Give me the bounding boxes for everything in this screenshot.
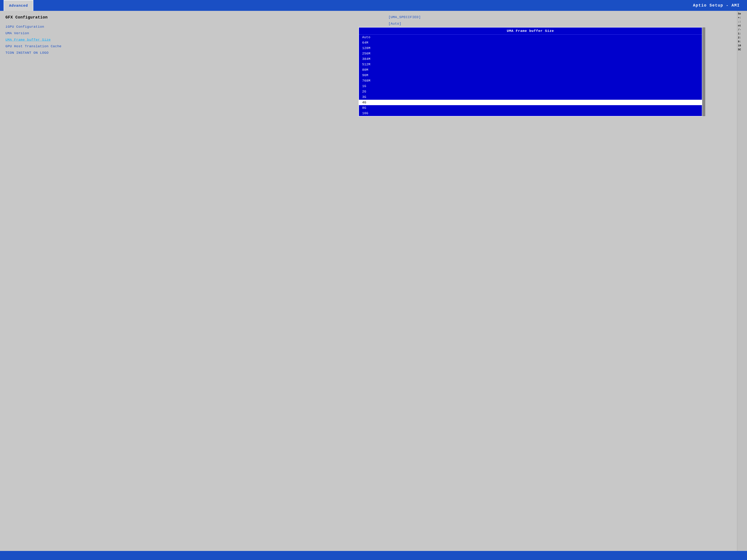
dropdown-item-256m[interactable]: 256M	[359, 51, 702, 56]
dropdown-item-3g[interactable]: 3G	[359, 94, 702, 100]
settings-values: [UMA_SPECIFIED] [Auto]	[388, 15, 421, 28]
hint-se: Se	[738, 12, 746, 15]
bottom-bar	[0, 551, 747, 560]
hint-10: 10	[738, 44, 746, 47]
hint-sc: SC	[738, 48, 746, 51]
dropdown-item-auto[interactable]: Auto	[359, 34, 702, 40]
main-content: GFX Configuration iGPU Configuration UMA…	[0, 11, 747, 551]
dropdown-item-8g[interactable]: 8G	[359, 105, 702, 111]
bios-screen: Advanced Aptio Setup - AMI GFX Configura…	[0, 0, 747, 560]
hint-9: 9:	[738, 40, 746, 43]
right-sidebar: Se +: ↓: nt /- 1: 2: 9: 10 SC	[737, 11, 747, 551]
bios-title: Aptio Setup - AMI	[693, 3, 740, 8]
dropdown-item-768m[interactable]: 768M	[359, 78, 702, 83]
dropdown-item-128m[interactable]: 128M	[359, 46, 702, 51]
dropdown-title: UMA Frame buffer Size	[359, 28, 702, 34]
dropdown-item-16g[interactable]: 16G	[359, 111, 702, 116]
dropdown-item-384m[interactable]: 384M	[359, 56, 702, 62]
dropdown-item-2g[interactable]: 2G	[359, 89, 702, 94]
dropdown-item-64m[interactable]: 64M	[359, 40, 702, 46]
left-panel: GFX Configuration iGPU Configuration UMA…	[0, 11, 747, 551]
value-uma-version: [Auto]	[388, 22, 421, 26]
value-igpu: [UMA_SPECIFIED]	[388, 15, 421, 19]
hint-down: ↓:	[738, 20, 746, 23]
dropdown-item-512m[interactable]: 512M	[359, 62, 702, 67]
top-bar: Advanced Aptio Setup - AMI	[0, 0, 747, 11]
section-title: GFX Configuration	[5, 15, 742, 20]
hint-2: 2:	[738, 36, 746, 39]
dropdown-scrollbar[interactable]	[702, 28, 705, 116]
tab-advanced[interactable]: Advanced	[4, 0, 33, 11]
hint-slash: /-	[738, 28, 746, 31]
hint-1: 1:	[738, 32, 746, 35]
hint-plus: +:	[738, 16, 746, 19]
dropdown-item-4g[interactable]: 4G	[359, 100, 702, 105]
dropdown-uma-frame-buffer: UMA Frame buffer Size Auto 64M 128M 256M…	[359, 27, 702, 116]
dropdown-item-80m[interactable]: 80M	[359, 67, 702, 73]
dropdown-item-1g[interactable]: 1G	[359, 83, 702, 89]
hint-nt: nt	[738, 24, 746, 27]
dropdown-item-96m[interactable]: 96M	[359, 73, 702, 78]
